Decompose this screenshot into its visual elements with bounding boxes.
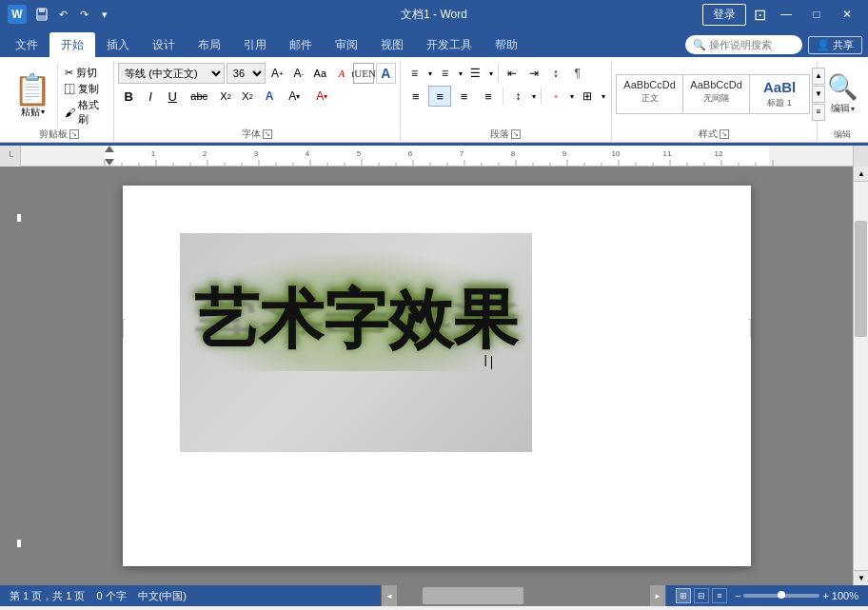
tab-layout[interactable]: 布局	[187, 32, 232, 57]
font-shrink-button[interactable]: A-	[289, 63, 309, 84]
highlight-button[interactable]: A▾	[281, 86, 307, 107]
hanging-indent[interactable]	[105, 159, 114, 166]
h-scroll-right[interactable]: ►	[650, 585, 665, 606]
decrease-indent-button[interactable]: ⇤	[502, 63, 523, 84]
scroll-down-button[interactable]: ▼	[854, 570, 868, 585]
para-row-1: ≡ ▾ ≡ ▾ ☰ ▾ ⇤ ⇥ ↕ ¶	[404, 63, 607, 84]
document-page[interactable]: 艺术字效果 艺术字效果 I	[123, 186, 751, 566]
zoom-in-btn[interactable]: +	[822, 590, 828, 601]
tab-file[interactable]: 文件	[4, 32, 49, 57]
line-spacing-dropdown[interactable]: ▾	[530, 86, 537, 107]
h-scroll-left[interactable]: ◄	[382, 585, 397, 606]
multilevel-dropdown[interactable]: ▾	[487, 63, 495, 84]
read-mode-btn[interactable]: ≡	[712, 588, 727, 603]
align-right-button[interactable]: ≡	[452, 86, 475, 107]
art-text-box[interactable]: 艺术字效果 艺术字效果	[180, 233, 532, 452]
bullets-button[interactable]: ≡	[404, 63, 425, 84]
h-scroll-thumb[interactable]	[423, 587, 523, 604]
styles-expand-arrow[interactable]: ↘	[720, 129, 729, 139]
minimize-button[interactable]: —	[773, 0, 799, 29]
sort-button[interactable]: ↕	[545, 63, 566, 84]
font-size-select[interactable]: 36	[227, 63, 266, 84]
cut-button[interactable]: ✂ 剪切	[62, 65, 106, 81]
bold-button[interactable]: B	[118, 86, 139, 107]
zoom-out-btn[interactable]: −	[735, 590, 740, 601]
tab-mailings[interactable]: 邮件	[278, 32, 324, 57]
multilevel-list-button[interactable]: ☰	[465, 63, 486, 84]
document-title: 文档1 - Word	[401, 7, 467, 23]
font-grow-button[interactable]: A+	[267, 63, 287, 84]
redo-quick-btn[interactable]: ↷	[74, 5, 93, 24]
ribbon-display-btn[interactable]: ⊡	[750, 5, 769, 24]
share-button[interactable]: 👤 共享	[808, 36, 862, 54]
vertical-scrollbar[interactable]: ▲ ▼	[853, 167, 868, 585]
font-color-button[interactable]: A▾	[308, 86, 335, 107]
align-left-button[interactable]: ≡	[404, 86, 427, 107]
style-gallery: AaBbCcDd 正文 AaBbCcDd 无间隔 AaBl 标题 1	[616, 74, 810, 114]
print-layout-btn[interactable]: ⊞	[676, 588, 691, 603]
text-effect-button[interactable]: A	[259, 86, 280, 107]
undo-quick-btn[interactable]: ↶	[53, 5, 72, 24]
font-extra-btn[interactable]: tUEN	[353, 63, 374, 84]
tab-references[interactable]: 引用	[232, 32, 278, 57]
paragraph-expand-arrow[interactable]: ↘	[511, 129, 521, 139]
underline-button[interactable]: U	[162, 86, 183, 107]
borders-dropdown[interactable]: ▾	[601, 86, 607, 107]
font-family-select[interactable]: 等线 (中文正文)	[118, 63, 225, 84]
align-center-button[interactable]: ≡	[428, 86, 451, 107]
tab-developer[interactable]: 开发工具	[415, 32, 483, 57]
strikethrough-button[interactable]: abc	[184, 86, 214, 107]
show-marks-button[interactable]: ¶	[567, 63, 588, 84]
login-button[interactable]: 登录	[702, 4, 746, 26]
font-extra-btn2[interactable]: A	[376, 63, 396, 84]
italic-button[interactable]: I	[140, 86, 161, 107]
tab-review[interactable]: 审阅	[324, 32, 369, 57]
search-box[interactable]: 🔍	[685, 35, 802, 54]
bullets-dropdown[interactable]: ▾	[426, 63, 434, 84]
save-quick-btn[interactable]	[32, 5, 51, 24]
subscript-button[interactable]: X2	[215, 86, 236, 107]
zoom-slider[interactable]	[743, 594, 819, 598]
tab-view[interactable]: 视图	[369, 32, 415, 57]
ruler-tab-selector[interactable]: └	[0, 146, 21, 167]
style-normal[interactable]: AaBbCcDd 正文	[617, 75, 683, 113]
tab-design[interactable]: 设计	[141, 32, 187, 57]
tab-insert[interactable]: 插入	[95, 32, 141, 57]
change-case-button[interactable]: Aа	[310, 63, 330, 84]
style-no-spacing[interactable]: AaBbCcDd 无间隔	[683, 75, 750, 113]
clipboard-expand-arrow[interactable]: ↘	[69, 129, 79, 139]
tab-help[interactable]: 帮助	[483, 32, 529, 57]
numbering-button[interactable]: ≡	[435, 63, 456, 84]
quick-access-dropdown[interactable]: ▾	[95, 5, 114, 24]
shading-button[interactable]: ▪	[544, 86, 567, 107]
web-layout-btn[interactable]: ⊟	[694, 588, 709, 603]
style-heading1[interactable]: AaBl 标题 1	[750, 75, 809, 113]
format-painter-button[interactable]: 🖌 格式刷	[62, 97, 106, 128]
editing-button[interactable]: 🔍 编辑 ▾	[821, 63, 864, 125]
clipboard-group-label: 剪贴板 ↘	[4, 128, 113, 141]
close-button[interactable]: ✕	[834, 0, 860, 29]
copy-button[interactable]: ⿰ 复制	[62, 81, 106, 97]
ruler-ticks: 1 2 3 4 5 6 7 8 9 10 11 12	[21, 146, 853, 166]
search-input[interactable]	[709, 39, 795, 50]
zoom-slider-thumb[interactable]	[778, 591, 785, 599]
borders-button[interactable]: ⊞	[576, 86, 599, 107]
shading-dropdown[interactable]: ▾	[568, 86, 575, 107]
justify-button[interactable]: ≡	[477, 86, 500, 107]
superscript-button[interactable]: X2	[237, 86, 258, 107]
restore-button[interactable]: □	[803, 0, 830, 29]
line-spacing-button[interactable]: ↕	[506, 86, 529, 107]
tab-home[interactable]: 开始	[49, 32, 95, 57]
clipboard-mini-buttons: ✂ 剪切 ⿰ 复制 🖌 格式刷	[58, 63, 109, 129]
paste-button[interactable]: 📋 粘贴 ▾	[8, 63, 58, 129]
font-expand-arrow[interactable]: ↘	[263, 129, 272, 139]
numbering-dropdown[interactable]: ▾	[457, 63, 464, 84]
horizontal-scrollbar[interactable]: ◄ ►	[381, 585, 666, 606]
scroll-thumb[interactable]	[855, 221, 867, 337]
svg-text:5: 5	[357, 149, 362, 158]
scroll-up-button[interactable]: ▲	[854, 167, 868, 182]
clear-format-button[interactable]: A	[332, 63, 352, 84]
increase-indent-button[interactable]: ⇥	[523, 63, 544, 84]
page-container[interactable]: 艺术字效果 艺术字效果 I	[21, 167, 853, 585]
first-line-indent[interactable]	[105, 146, 114, 152]
